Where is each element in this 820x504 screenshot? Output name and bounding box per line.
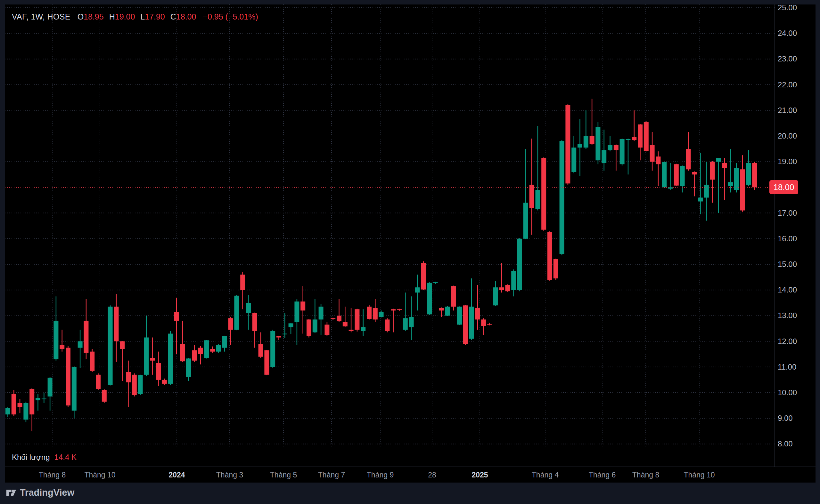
price-axis-label: 24.00	[778, 29, 797, 37]
time-axis-label: Tháng 10	[684, 471, 715, 479]
candle-up	[144, 316, 149, 376]
volume-label: Khối lượng	[12, 453, 50, 462]
candle-down	[421, 261, 426, 290]
price-axis-label: 17.00	[778, 209, 797, 217]
candle-down	[60, 330, 64, 352]
candle-down	[192, 345, 197, 362]
candle-up	[294, 299, 299, 345]
candle-down	[499, 263, 504, 292]
candle-down	[547, 231, 552, 281]
candle-down	[120, 341, 125, 381]
price-axis-label: 11.00	[778, 363, 796, 371]
candle-down	[210, 347, 215, 353]
legend-close: C18.00	[170, 12, 196, 21]
candle-up	[493, 281, 498, 306]
candle-up	[517, 238, 522, 291]
candle-up	[234, 295, 239, 330]
candle-up	[662, 162, 667, 188]
candle-up	[403, 292, 408, 331]
candle-up	[583, 110, 588, 149]
candle-down	[264, 350, 269, 375]
candle-up	[204, 340, 209, 359]
candle-down	[590, 99, 594, 145]
candle-down	[12, 390, 16, 416]
candle-up	[595, 122, 600, 164]
candle-down	[475, 285, 480, 330]
candle-down	[90, 349, 94, 372]
price-axis-label: 19.00	[778, 157, 797, 166]
candle-up	[361, 309, 366, 336]
candle-down	[632, 110, 637, 141]
candle-down	[650, 132, 655, 171]
legend-open: O18.95	[77, 12, 104, 21]
candle-up	[42, 393, 46, 403]
candle-down	[373, 299, 378, 322]
candle-up	[138, 375, 143, 395]
candle-up	[270, 330, 275, 368]
volume-legend: Khối lượng 14.4 K	[12, 453, 76, 462]
candle-down	[84, 299, 88, 359]
candle-up	[607, 136, 612, 151]
candle-down	[349, 308, 354, 332]
candle-up	[222, 336, 227, 352]
price-axis-label: 10.00	[778, 388, 797, 397]
candle-up	[53, 296, 58, 361]
candle-down	[355, 309, 359, 332]
tradingview-icon	[6, 487, 17, 498]
time-axis-label: 2025	[471, 471, 488, 479]
candle-up	[108, 305, 113, 385]
candle-down	[343, 307, 348, 327]
time-axis-label: 2024	[168, 471, 185, 479]
candle-up	[409, 296, 414, 340]
candle-up	[746, 150, 751, 186]
candle-up	[668, 163, 673, 190]
candle-down	[162, 379, 167, 385]
candle-down	[198, 346, 203, 364]
legend-change: −0.95 (−5.01%)	[203, 12, 258, 21]
time-axis-label: Tháng 8	[632, 471, 659, 479]
candle-up	[72, 366, 76, 418]
price-axis-label: 14.00	[778, 286, 797, 294]
time-axis-label: Tháng 10	[84, 471, 115, 479]
candle-down	[463, 305, 468, 345]
candle-down	[686, 132, 691, 171]
candle-up	[289, 323, 294, 334]
candle-down	[656, 151, 661, 186]
candle-down	[385, 318, 390, 332]
candle-up	[186, 358, 191, 381]
candle-down	[325, 322, 329, 336]
tradingview-wordmark: TradingView	[20, 487, 74, 498]
footer: TradingView	[6, 487, 74, 498]
candle-up	[571, 136, 576, 173]
candle-up	[5, 407, 10, 417]
candle-down	[439, 308, 444, 317]
time-axis-label: 28	[428, 471, 436, 479]
candle-up	[433, 282, 438, 284]
candle-down	[337, 299, 342, 322]
candle-up	[283, 313, 287, 338]
candle-down	[553, 259, 558, 280]
candle-up	[36, 394, 40, 411]
candle-up	[78, 330, 83, 368]
candle-down	[150, 338, 155, 375]
symbol-title[interactable]: VAF, 1W, HOSE	[12, 12, 70, 21]
candle-down	[505, 284, 510, 292]
candle-up	[469, 278, 474, 340]
time-axis-label: Tháng 8	[39, 471, 66, 479]
volume-value: 14.4 K	[54, 453, 76, 462]
candle-down	[752, 162, 757, 190]
candle-up	[319, 304, 324, 335]
time-axis-label: Tháng 4	[532, 471, 559, 479]
chart-canvas[interactable]	[0, 0, 820, 504]
time-axis-label: Tháng 5	[270, 471, 297, 479]
candle-down	[614, 144, 619, 171]
candle-up	[246, 295, 251, 330]
candle-down	[156, 352, 161, 386]
candle-down	[541, 157, 546, 231]
tradingview-logo[interactable]: TradingView	[6, 487, 74, 498]
candle-down	[229, 317, 233, 345]
candle-down	[126, 361, 131, 407]
candle-down	[18, 399, 22, 413]
candle-down	[102, 389, 107, 403]
price-axis-label: 16.00	[778, 235, 797, 243]
